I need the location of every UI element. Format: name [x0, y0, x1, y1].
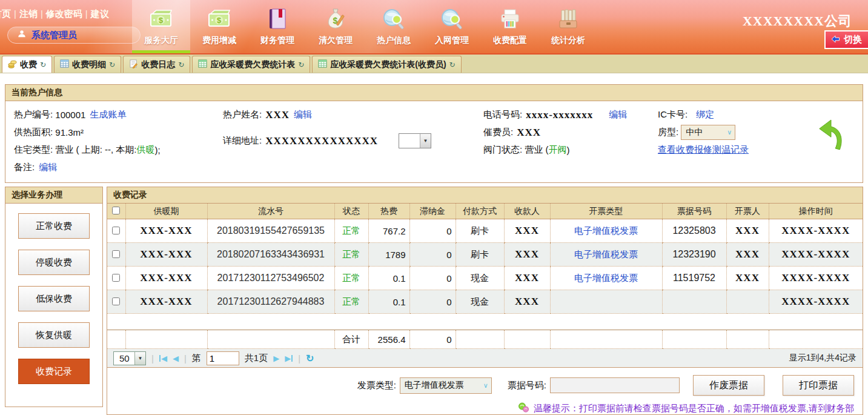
tab-arrears-report-by-collector[interactable]: 应收采暖费欠费统计表(收费员) ↻ — [312, 56, 461, 73]
flower-icon — [518, 402, 529, 414]
receipt-number-cell: 12323190 — [662, 243, 726, 267]
serial-number-cell: 20180207163343436931 — [207, 243, 334, 267]
prev-page-button[interactable]: ◀ — [173, 354, 179, 363]
field-heating-area: 供热面积: 91.3m² — [14, 124, 223, 141]
ic-bind-link[interactable]: 绑定 — [696, 109, 714, 121]
menu-home-link[interactable]: 首页 — [0, 8, 11, 19]
nav-item-fee-config[interactable]: 收费配置 — [481, 0, 539, 53]
invoice-type-label: 发票类型: — [357, 380, 396, 391]
address-value: XXXXXXXXXXXXXX — [265, 135, 378, 147]
remark-edit-link[interactable]: 编辑 — [39, 162, 57, 173]
receipt-number-input[interactable] — [550, 377, 680, 393]
payment-method-cell: 刷卡 — [456, 243, 504, 267]
payee-cell: XXX — [504, 290, 550, 314]
temperature-record-link[interactable]: 查看收费报修测温记录 — [658, 144, 749, 156]
row-checkbox[interactable] — [112, 274, 120, 282]
row-checkbox[interactable] — [112, 250, 120, 258]
operation-time-cell: XXXX-XXXX — [769, 290, 863, 314]
account-number-value: 100001 — [55, 110, 85, 120]
normal-charge-button[interactable]: 正常收费 — [18, 213, 90, 239]
chevron-down-icon: ∨ — [483, 382, 488, 390]
svg-text:$: $ — [217, 16, 222, 25]
coins-icon — [8, 59, 17, 70]
tab-charge[interactable]: 收费 ↻ — [2, 56, 52, 73]
invoice-type-select[interactable]: 电子增值税发票 ∨ — [400, 377, 492, 394]
invoice-type-cell[interactable]: 电子增值税发票 — [550, 243, 662, 267]
invoice-type-cell[interactable]: 电子增值税发票 — [550, 267, 662, 290]
switch-company-button[interactable]: 切换 — [824, 30, 868, 49]
table-row: XXX-XXX20171230112627944883正常0.10现金XXXXX… — [107, 290, 863, 314]
name-edit-link[interactable]: 编辑 — [294, 109, 312, 121]
room-type-select[interactable]: 中中∨ — [681, 125, 735, 140]
invoice-type-cell — [550, 290, 662, 314]
nav-item-service-hall[interactable]: $ 服务大厅 — [132, 0, 190, 53]
pagination-info: 显示1到4,共4记录 — [789, 353, 856, 364]
serial-number-cell: 20180319155427659135 — [207, 219, 334, 243]
status-cell: 正常 — [334, 219, 368, 243]
page-number-input[interactable] — [207, 351, 239, 365]
svg-text:$: $ — [159, 16, 164, 25]
total-row: 合计 2556.4 0 — [107, 330, 863, 349]
heating-area-unit: m² — [73, 127, 84, 138]
row-checkbox-cell — [107, 219, 125, 243]
low-income-charge-button[interactable]: 低保收费 — [18, 286, 90, 311]
row-checkbox-cell — [107, 267, 125, 290]
stop-heating-charge-button[interactable]: 停暖收费 — [18, 250, 90, 275]
menu-change-password-link[interactable]: 修改密码 — [46, 8, 82, 19]
generate-bill-link[interactable]: 生成账单 — [90, 109, 126, 121]
records-panel-title: 收费记录 — [107, 187, 863, 204]
tab-refresh-icon[interactable]: ↻ — [178, 61, 184, 69]
tab-charge-detail[interactable]: 收费明细 ↻ — [54, 56, 121, 73]
charge-records-panel: 收费记录 供暖期 流水号 状态 热费 滞 — [107, 187, 863, 415]
nav-item-network-access[interactable]: 入网管理 — [423, 0, 481, 53]
page-size-select[interactable]: 50 ▼ — [113, 351, 146, 365]
row-checkbox[interactable] — [112, 227, 120, 234]
tab-refresh-icon[interactable]: ↻ — [298, 61, 304, 69]
tab-refresh-icon[interactable]: ↻ — [40, 61, 46, 69]
tab-refresh-icon[interactable]: ↻ — [449, 61, 456, 69]
menu-suggestion-link[interactable]: 建议 — [91, 8, 109, 19]
valve-status-value: 开阀 — [549, 144, 567, 156]
next-page-button[interactable]: ▶ — [273, 354, 279, 363]
resume-heating-button[interactable]: 恢复供暖 — [18, 322, 90, 348]
pagination-bar: 50 ▼ | ◀ ◀ | 第 共1页 ▶ ▶ | ↻ 显示1到4,共4记录 — [107, 349, 863, 368]
total-late-fee: 0 — [409, 330, 456, 349]
serial-number-cell: 20171230112753496502 — [207, 267, 334, 290]
last-page-button[interactable]: ▶ — [285, 354, 293, 363]
void-receipt-button[interactable]: 作废票据 — [693, 375, 764, 396]
status-cell: 正常 — [334, 290, 368, 314]
receipt-number-cell — [662, 290, 726, 314]
nav-item-customer-info[interactable]: 热户信息 — [365, 0, 423, 53]
charge-records-table: 供暖期 流水号 状态 热费 滞纳金 付款方式 收款人 开票类型 票据号码 开票人… — [107, 204, 863, 349]
tab-arrears-report[interactable]: 应收采暖费欠费统计表 ↻ — [192, 56, 310, 73]
payment-method-cell: 现金 — [456, 290, 504, 314]
row-checkbox[interactable] — [112, 297, 120, 305]
nav-item-finance[interactable]: 财务管理 — [248, 0, 306, 53]
header-checkbox-cell — [107, 204, 125, 219]
table-row: XXX-XXX20180319155427659135正常767.20刷卡XXX… — [107, 219, 863, 243]
issuer-cell: XXX — [726, 243, 769, 267]
row-checkbox-cell — [107, 290, 125, 314]
menu-logout-link[interactable]: 注销 — [19, 8, 38, 19]
print-receipt-button[interactable]: 打印票据 — [783, 375, 854, 396]
address-select[interactable]: ▼ — [399, 133, 431, 148]
nav-item-fee-adjust[interactable]: $ 费用增减 — [190, 0, 248, 53]
nav-item-statistics[interactable]: 统计分析 — [539, 0, 597, 53]
nav-label: 费用增减 — [202, 35, 236, 46]
page-prefix-label: 第 — [192, 353, 201, 364]
field-room-type: 房型: 中中∨ — [658, 124, 821, 141]
phone-edit-link[interactable]: 编辑 — [609, 109, 627, 121]
banknote-icon: $ — [208, 3, 231, 35]
period-cell: XXX-XXX — [125, 219, 207, 243]
heating-area-value: 91.3 — [55, 127, 73, 138]
switch-arrow-icon — [831, 35, 840, 45]
first-page-button[interactable]: ◀ — [159, 354, 167, 363]
back-arrow-icon[interactable] — [817, 117, 844, 153]
refresh-icon[interactable]: ↻ — [306, 353, 314, 364]
invoice-type-cell[interactable]: 电子增值税发票 — [550, 219, 662, 243]
tab-charge-log[interactable]: 收费日志 ↻ — [123, 56, 190, 73]
select-all-checkbox[interactable] — [112, 207, 120, 214]
nav-item-debt-clearing[interactable]: $ 清欠管理 — [306, 0, 365, 53]
tab-refresh-icon[interactable]: ↻ — [109, 61, 115, 69]
charge-records-button[interactable]: 收费记录 — [18, 359, 90, 384]
